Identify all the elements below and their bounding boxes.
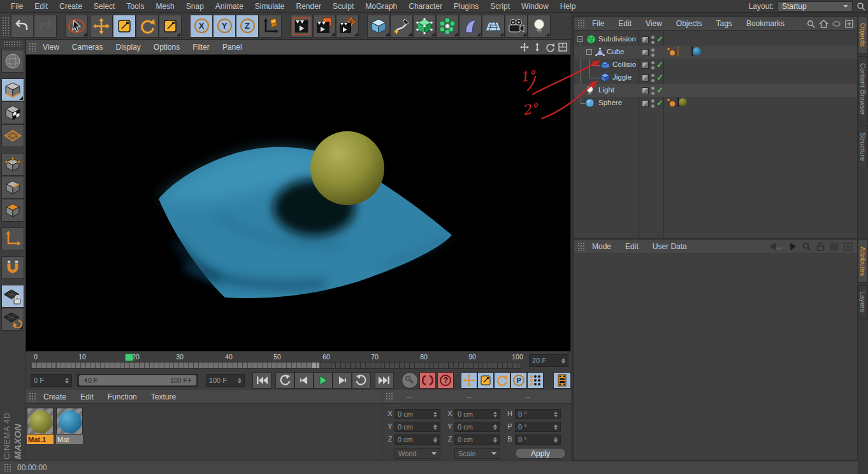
floor-object-button[interactable] xyxy=(482,15,505,38)
visibility-dots[interactable] xyxy=(651,61,655,69)
workplane-mode-button[interactable] xyxy=(1,124,24,147)
viewport-pan-icon[interactable] xyxy=(519,42,530,52)
toolbar-drag-handle[interactable] xyxy=(2,17,9,36)
menu-file[interactable]: File xyxy=(5,2,29,11)
attr-add-panel-icon[interactable] xyxy=(844,243,852,251)
tree-row-collision[interactable]: Collisio ✓ xyxy=(574,59,858,71)
go-to-start-button[interactable] xyxy=(252,372,271,389)
object-label[interactable]: Light xyxy=(598,86,614,94)
render-picture-viewer-button[interactable] xyxy=(313,15,336,38)
layer-toggle[interactable] xyxy=(642,62,649,69)
coords-space-dropdown[interactable]: World xyxy=(394,448,440,459)
material-preview-blue[interactable] xyxy=(56,408,83,434)
menu-render[interactable]: Render xyxy=(291,2,327,11)
menu-simulate[interactable]: Simulate xyxy=(249,2,291,11)
history-forward-icon[interactable] xyxy=(788,242,797,251)
start-frame-field[interactable]: 0 F xyxy=(31,374,72,387)
viewport-menu-panel[interactable]: Panel xyxy=(217,43,248,52)
spline-pen-button[interactable] xyxy=(390,15,413,38)
subdivision-surface-button[interactable] xyxy=(413,15,436,38)
scale-y-field[interactable]: 0 cm xyxy=(454,422,500,432)
attr-menu-mode[interactable]: Mode xyxy=(586,242,618,251)
viewport-menu-options[interactable]: Options xyxy=(148,43,185,52)
viewport-menu-view[interactable]: View xyxy=(37,43,65,52)
menu-animate[interactable]: Animate xyxy=(210,2,249,11)
light-object-button[interactable] xyxy=(528,15,551,38)
render-settings-button[interactable] xyxy=(336,15,359,38)
add-cube-button[interactable] xyxy=(367,15,390,38)
layout-select[interactable]: Startup xyxy=(778,1,853,11)
enable-axis-button[interactable] xyxy=(1,227,24,250)
history-back-icon[interactable] xyxy=(769,242,783,251)
pos-x-field[interactable]: 0 cm xyxy=(394,409,440,419)
tab-objects[interactable]: Objects xyxy=(858,17,868,54)
render-view-button[interactable] xyxy=(290,15,313,38)
om-add-panel-icon[interactable] xyxy=(845,20,853,28)
om-search-icon[interactable] xyxy=(807,20,815,28)
workplane-lock-button[interactable] xyxy=(1,285,24,308)
undo-button[interactable] xyxy=(11,15,34,38)
texture-tag-olive[interactable] xyxy=(677,97,679,107)
points-mode-button[interactable] xyxy=(1,153,24,176)
material-menu-edit[interactable]: Edit xyxy=(74,392,100,401)
keyframe-selection-button[interactable]: ? xyxy=(437,372,454,389)
rot-h-field[interactable]: 0 ° xyxy=(515,409,561,419)
attributes-panel-body[interactable] xyxy=(574,254,858,461)
material-label[interactable]: Mat xyxy=(56,434,83,444)
material-menu-create[interactable]: Create xyxy=(37,392,73,401)
play-forward-button[interactable] xyxy=(314,372,333,389)
viewport-globe-button[interactable] xyxy=(1,50,24,73)
collapse-toggle[interactable]: − xyxy=(577,36,583,42)
enabled-check[interactable]: ✓ xyxy=(656,98,663,108)
attr-menu-userdata[interactable]: User Data xyxy=(646,242,693,251)
scale-x-field[interactable]: 0 cm xyxy=(454,409,500,419)
snap-magnet-button[interactable] xyxy=(1,256,24,279)
object-label[interactable]: Collisio xyxy=(612,61,638,68)
material-item[interactable]: Mat xyxy=(56,408,83,445)
menu-mograph[interactable]: MoGraph xyxy=(359,2,403,11)
tree-row-subdivision[interactable]: − Subdivision ✓ xyxy=(574,33,858,46)
viewport-zoom-icon[interactable] xyxy=(532,42,542,52)
tree-row-cube[interactable]: − Cube xyxy=(574,46,858,59)
rot-b-field[interactable]: 0 ° xyxy=(515,434,561,445)
array-object-button[interactable] xyxy=(436,15,459,38)
menu-snap[interactable]: Snap xyxy=(180,2,210,11)
live-selection-tool[interactable] xyxy=(65,15,88,38)
key-scale-toggle[interactable] xyxy=(477,372,494,389)
tab-structure[interactable]: Structure xyxy=(858,125,868,168)
lock-y-axis-button[interactable]: Y xyxy=(213,15,236,38)
play-backward-button[interactable] xyxy=(275,372,294,389)
menu-select[interactable]: Select xyxy=(88,2,120,11)
model-mode-button[interactable] xyxy=(1,78,24,101)
attr-target-icon[interactable] xyxy=(830,242,839,251)
start-frame-spinner[interactable] xyxy=(65,376,69,385)
visibility-dots[interactable] xyxy=(651,36,655,44)
spinner[interactable] xyxy=(493,422,497,432)
tree-row-light[interactable]: Light ✓ xyxy=(574,84,858,97)
enabled-check[interactable]: ✓ xyxy=(656,34,663,44)
previous-frame-button[interactable] xyxy=(294,372,314,389)
spinner[interactable] xyxy=(493,410,497,419)
rotate-tool[interactable] xyxy=(136,15,159,38)
viewport-menu-display[interactable]: Display xyxy=(110,43,146,52)
materials-drag-handle[interactable] xyxy=(29,392,36,401)
tab-content-browser[interactable]: Content Browser xyxy=(858,56,868,122)
next-frame-button[interactable] xyxy=(333,372,352,389)
layer-toggle[interactable] xyxy=(642,100,649,107)
menu-mesh[interactable]: Mesh xyxy=(150,2,180,11)
attr-lock-icon[interactable] xyxy=(816,242,825,251)
autokey-button[interactable] xyxy=(419,372,436,389)
play-loop-button[interactable] xyxy=(352,372,371,389)
visibility-dots[interactable] xyxy=(651,48,655,57)
timeline-window-button[interactable] xyxy=(553,372,571,389)
viewport-menu-filter[interactable]: Filter xyxy=(187,43,215,52)
texture-tag-blue[interactable] xyxy=(691,46,693,56)
lock-z-axis-button[interactable]: Z xyxy=(236,15,259,38)
spinner[interactable] xyxy=(554,435,558,445)
timeline-ruler[interactable]: 0 10 20 30 40 50 60 70 80 90 100 xyxy=(31,353,526,370)
attr-search-icon[interactable] xyxy=(802,242,811,251)
object-label[interactable]: Sphere xyxy=(598,99,622,106)
layer-toggle[interactable] xyxy=(642,49,649,56)
object-label[interactable]: Jiggle xyxy=(612,73,632,81)
spinner[interactable] xyxy=(493,435,497,445)
